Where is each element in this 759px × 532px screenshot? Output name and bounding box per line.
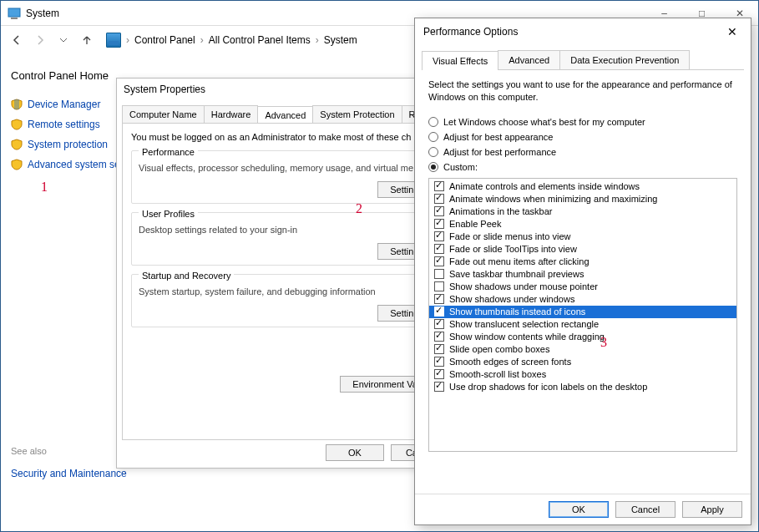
check-option[interactable]: Show translucent selection rectangle [429,318,736,331]
check-label: Animate windows when minimizing and maxi… [449,194,657,204]
check-option[interactable]: Animate windows when minimizing and maxi… [429,193,736,205]
annotation-3: 3 [600,335,607,350]
check-option[interactable]: Enable Peek [429,218,736,231]
radio-icon [428,162,438,172]
system-properties-dialog: System Properties Computer NameHardwareA… [116,78,458,469]
section-legend: User Profiles [139,209,198,219]
section-startup-and-recovery: Startup and RecoverySystem startup, syst… [131,274,443,327]
check-option[interactable]: Animations in the taskbar [429,205,736,218]
breadcrumb-item[interactable]: System [324,34,357,46]
tab-advanced[interactable]: Advanced [498,50,560,69]
radio-label: Adjust for best performance [443,147,556,157]
check-option[interactable]: Show shadows under windows [429,293,736,306]
checkbox-icon [434,357,444,367]
section-legend: Performance [139,147,198,157]
check-label: Smooth edges of screen fonts [449,357,571,367]
svg-rect-1 [11,18,18,19]
check-option[interactable]: Animate controls and elements inside win… [429,180,736,193]
security-maintenance-link[interactable]: Security and Maintenance [11,468,141,479]
history-dropdown[interactable] [54,31,73,49]
check-option[interactable]: Save taskbar thumbnail previews [429,268,736,281]
chevron-right-icon: › [126,34,129,46]
check-option[interactable]: Fade or slide menus into view [429,231,736,243]
checkbox-icon [434,206,444,216]
ok-button[interactable]: OK [549,501,609,518]
radio-label: Custom: [443,162,478,172]
check-label: Fade or slide ToolTips into view [449,244,577,254]
check-label: Fade out menu items after clicking [449,256,589,266]
chevron-right-icon: › [316,34,319,46]
breadcrumb-item[interactable]: All Control Panel Items [209,34,311,46]
performance-options-dialog: Performance Options ✕ Visual EffectsAdva… [414,18,751,525]
checkbox-icon [434,307,444,317]
radio-label: Adjust for best appearance [443,132,553,142]
check-label: Animations in the taskbar [449,206,553,216]
cancel-button[interactable]: Cancel [615,501,676,518]
breadcrumb-item[interactable]: Control Panel [134,34,195,46]
up-button[interactable] [78,31,96,49]
sidebar-link-label: Device Manager [28,99,100,110]
tab-computer-name[interactable]: Computer Name [122,105,205,123]
chevron-right-icon: › [200,34,204,46]
admin-note: You must be logged on as an Administrato… [131,132,443,142]
tab-hardware[interactable]: Hardware [204,105,259,123]
tabs: Visual EffectsAdvancedData Execution Pre… [415,45,751,69]
apply-button[interactable]: Apply [682,501,742,518]
dialog-buttons: OK Cancel Apply [415,494,751,524]
dialog-titlebar: Performance Options ✕ [415,18,751,45]
radio-label: Let Windows choose what's best for my co… [443,117,645,127]
checkbox-icon [434,256,444,266]
forward-button[interactable] [31,31,49,49]
shield-icon [11,159,23,170]
checkbox-icon [434,181,444,191]
intro-text: Select the settings you want to use for … [425,79,741,104]
checkbox-icon [434,269,444,279]
system-icon [8,7,21,20]
tab-advanced[interactable]: Advanced [257,106,313,124]
check-label: Smooth-scroll list boxes [449,369,546,379]
radio-option[interactable]: Adjust for best performance [425,144,741,160]
dialog-title: Performance Options [423,26,518,38]
check-option[interactable]: Show shadows under mouse pointer [429,281,736,293]
checkbox-icon [434,332,444,342]
check-option[interactable]: Show thumbnails instead of icons [429,306,736,318]
tab-panel: Select the settings you want to use for … [422,69,744,455]
annotation-2: 2 [356,201,362,216]
check-label: Show translucent selection rectangle [449,319,599,329]
tab-panel: You must be logged on as an Administrato… [122,123,453,440]
radio-icon [428,147,438,157]
section-performance: PerformanceVisual effects, processor sch… [131,150,443,204]
checkbox-icon [434,294,444,304]
checkbox-icon [434,344,444,354]
checkbox-icon [434,194,444,204]
tab-visual-effects[interactable]: Visual Effects [422,51,498,70]
check-label: Slide open combo boxes [449,344,549,354]
checkbox-icon [434,219,444,229]
check-option[interactable]: Slide open combo boxes [429,343,736,356]
tab-data-execution-prevention[interactable]: Data Execution Prevention [559,50,690,69]
check-option[interactable]: Smooth edges of screen fonts [429,356,736,368]
check-option[interactable]: Show window contents while dragging [429,331,736,343]
close-icon[interactable]: ✕ [722,25,742,38]
checkbox-icon [434,281,444,291]
visual-effects-list[interactable]: Animate controls and elements inside win… [428,178,737,452]
radio-option[interactable]: Custom: [425,160,741,175]
ok-button[interactable]: OK [326,444,384,461]
check-option[interactable]: Fade or slide ToolTips into view [429,243,736,256]
check-label: Enable Peek [449,219,501,229]
back-button[interactable] [8,31,26,49]
check-option[interactable]: Use drop shadows for icon labels on the … [429,381,736,393]
radio-option[interactable]: Adjust for best appearance [425,129,741,144]
check-option[interactable]: Fade out menu items after clicking [429,256,736,268]
checkbox-icon [434,369,444,379]
check-label: Show shadows under windows [449,294,574,304]
tab-system-protection[interactable]: System Protection [312,105,402,123]
check-option[interactable]: Smooth-scroll list boxes [429,368,736,381]
check-label: Show thumbnails instead of icons [449,307,585,317]
radio-option[interactable]: Let Windows choose what's best for my co… [425,114,741,129]
checkbox-icon [434,244,444,254]
section-legend: Startup and Recovery [139,271,234,281]
radio-icon [428,117,438,127]
shield-icon [11,139,23,150]
checkbox-icon [434,382,444,392]
